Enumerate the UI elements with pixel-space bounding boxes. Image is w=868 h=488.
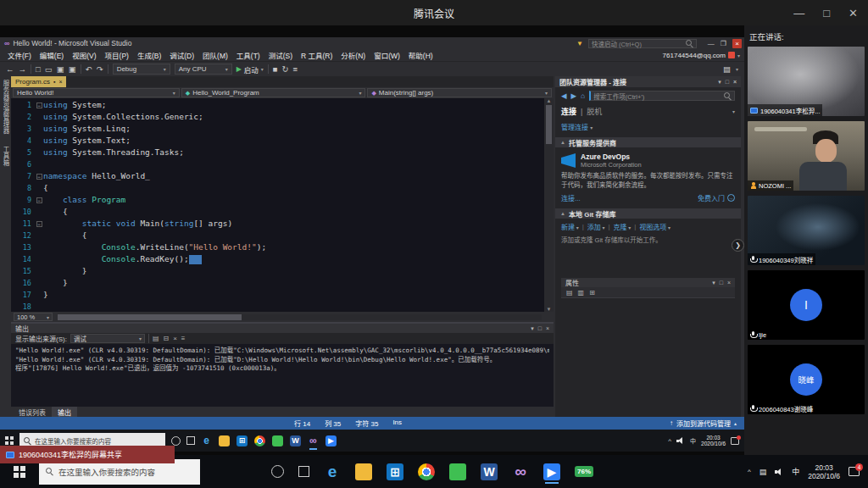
menu-item[interactable]: 生成(B) (133, 50, 165, 60)
connect-label[interactable]: 连接 (561, 106, 576, 117)
debug-target-select[interactable]: Debug▾ (113, 64, 170, 75)
props-close-icon[interactable]: × (727, 280, 731, 286)
zoom-select[interactable]: 100 %▾ (14, 313, 53, 321)
word-wrap-icon[interactable]: ≡ (181, 335, 186, 342)
code-line[interactable]: 6 (11, 158, 554, 170)
quick-launch-input[interactable]: 快速启动 (Ctrl+Q) (588, 39, 697, 48)
te-close-icon[interactable]: × (733, 79, 737, 86)
panel-collapse-arrow-icon[interactable]: ❯ (732, 239, 744, 252)
participant-tile[interactable]: 1906040341李松羿... (748, 47, 865, 116)
code-line[interactable]: 12 { (11, 230, 554, 241)
find-message-icon[interactable]: ▤ (153, 335, 159, 342)
git-action-link[interactable]: 克隆 ▾ (614, 222, 632, 231)
file-explorer-icon[interactable] (219, 435, 230, 446)
editor-horizontal-scrollbar[interactable] (58, 314, 542, 320)
google-chrome-icon[interactable] (254, 435, 265, 446)
volume-icon[interactable] (775, 468, 783, 475)
props-pin-icon[interactable]: □ (720, 280, 723, 286)
menu-item[interactable]: 帮助(H) (404, 50, 437, 60)
green-app-icon[interactable] (449, 463, 466, 480)
task-view-icon[interactable] (298, 466, 309, 477)
props-menu-icon[interactable]: ▾ (712, 280, 715, 286)
task-view-icon[interactable] (186, 436, 195, 445)
undo-icon[interactable]: ↶ (86, 64, 92, 74)
scroll-down-icon[interactable]: ▼ (547, 307, 552, 312)
get-started-free-link[interactable]: 免费入门 (698, 193, 725, 202)
notification-center-icon[interactable]: 4 (849, 467, 860, 476)
code-line[interactable]: 17} (11, 289, 554, 301)
code-line[interactable]: 9− class Program (11, 194, 554, 206)
te-back-icon[interactable]: ◀ (561, 92, 567, 100)
microsoft-edge-icon[interactable]: e (324, 463, 341, 480)
redo-icon[interactable]: ↷ (97, 64, 103, 74)
code-line[interactable]: 7−namespace Hello_World_ (11, 170, 554, 182)
menu-item[interactable]: 项目(P) (101, 50, 133, 60)
ime-indicator[interactable]: 中 (690, 436, 696, 445)
menu-item[interactable]: 工具(T) (232, 50, 264, 60)
microsoft-edge-icon[interactable]: e (201, 435, 212, 446)
menu-item[interactable]: 编辑(E) (36, 50, 68, 60)
project-dropdown[interactable]: Hello World!▾ (13, 88, 180, 97)
battery-indicator[interactable]: 76% (575, 466, 593, 477)
menu-item[interactable]: 窗口(W) (370, 50, 404, 60)
word-icon[interactable]: W (481, 463, 498, 480)
panel-close-icon[interactable]: × (546, 325, 549, 332)
arrow-right-icon[interactable]: → (727, 194, 735, 202)
file-explorer-icon[interactable] (355, 463, 372, 480)
code-line[interactable]: 15 } (11, 265, 554, 277)
azure-connect-link[interactable]: 连接... (561, 193, 581, 202)
git-action-link[interactable]: 新建 ▾ (561, 222, 579, 231)
break-all-icon[interactable]: ■ (273, 64, 278, 74)
visual-studio-icon[interactable]: ∞ (512, 463, 529, 480)
toolbar-overflow-icon[interactable]: ▾ (736, 66, 738, 72)
navigate-back-icon[interactable]: ← (6, 64, 14, 74)
volume-icon[interactable] (676, 437, 685, 445)
clear-all-icon[interactable]: × (173, 335, 177, 342)
maximize-icon[interactable]: □ (823, 7, 830, 19)
output-source-select[interactable]: 调试▾ (70, 334, 145, 343)
tab-close-icon[interactable]: × (58, 79, 62, 85)
save-all-icon[interactable]: ▣ (69, 64, 76, 74)
hosted-providers-section-header[interactable]: ▲ 托管服务提供商 (555, 137, 741, 147)
code-line[interactable]: 16 } (11, 277, 554, 289)
scrollbar-thumb[interactable] (546, 105, 552, 144)
code-line[interactable]: 2using System.Collections.Generic; (11, 111, 554, 123)
fold-marker-icon[interactable]: − (35, 221, 43, 227)
code-line[interactable]: 10 { (11, 206, 554, 218)
vs-close-icon[interactable]: × (732, 39, 742, 48)
start-debug-button[interactable]: ▶ 启动 ▾ (236, 64, 264, 75)
account-caret-icon[interactable]: ▾ (737, 53, 740, 58)
offline-label[interactable]: 脱机 (587, 106, 602, 117)
class-dropdown[interactable]: ◆ Hello_World_Program▾ (181, 88, 366, 97)
menu-item[interactable]: 分析(N) (337, 50, 370, 60)
clock[interactable]: 20:03 2020/10/6 (808, 463, 840, 480)
participant-tile[interactable]: Iljie (748, 270, 865, 340)
output-log[interactable]: "Hello World!.exe" (CLR v4.0.30319: Defa… (11, 344, 554, 407)
tencent-meeting-icon[interactable]: ▶ (543, 463, 560, 480)
cortana-icon[interactable] (171, 436, 181, 446)
menu-item[interactable]: R 工具(R) (297, 50, 337, 60)
code-line[interactable]: 3using System.Linq; (11, 123, 554, 135)
new-file-icon[interactable]: □ (36, 64, 41, 74)
touch-keyboard-icon[interactable]: ▤ (760, 468, 767, 476)
tencent-meeting-icon[interactable]: ▶ (326, 435, 337, 446)
manage-connections-link[interactable]: 管理连接 ▾ (561, 124, 593, 131)
member-dropdown[interactable]: ◆ Main(string[] args)▾ (367, 88, 552, 97)
tab-server-explorer[interactable]: 服务器资源管理器 (1, 80, 10, 134)
panel-menu-icon[interactable]: ▾ (531, 325, 534, 332)
menu-item[interactable]: 视图(V) (68, 50, 100, 60)
navigate-forward-icon[interactable]: → (19, 64, 27, 74)
restart-icon[interactable]: ↻ (282, 64, 289, 74)
start-button-icon[interactable] (5, 436, 14, 445)
close-icon[interactable]: ✕ (849, 7, 858, 19)
menu-item[interactable]: 团队(M) (198, 50, 232, 60)
work-item-search-input[interactable]: 搜索工作项(Ctrl+') (589, 91, 735, 101)
git-action-link[interactable]: 视图选项 ▾ (639, 222, 670, 231)
git-action-link[interactable]: 添加 ▾ (587, 222, 605, 231)
account-email[interactable]: 761744544@qq.com (663, 52, 726, 59)
menu-item[interactable]: 调试(D) (165, 50, 198, 60)
participant-tile[interactable]: 晓峰2006040843谢晓峰 (748, 345, 865, 414)
vs-minimize-icon[interactable]: — (708, 40, 715, 47)
te-forward-icon[interactable]: ▶ (571, 92, 577, 100)
hscroll-thumb[interactable] (58, 314, 242, 320)
